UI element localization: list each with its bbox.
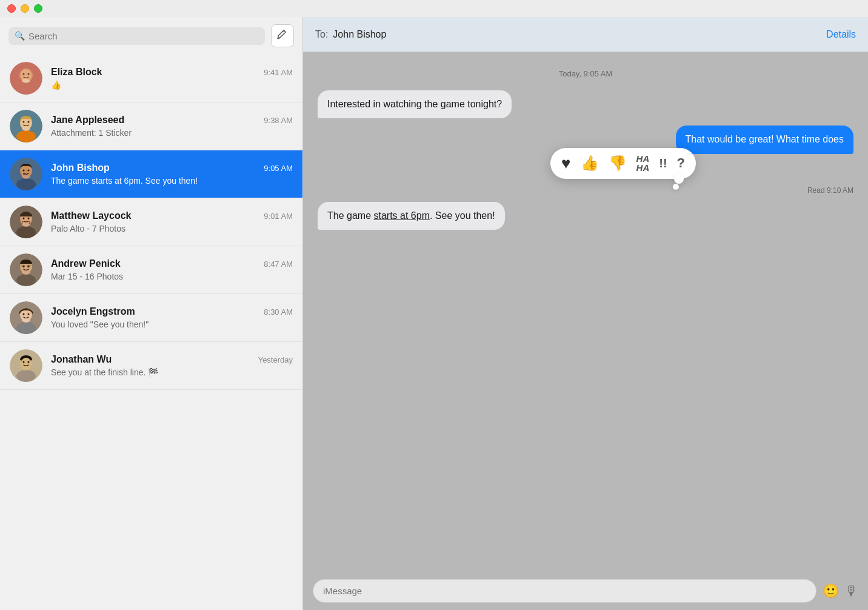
tapback-popup[interactable]: ♥ 👍 👎 HAHA !! ? bbox=[550, 148, 696, 179]
search-input[interactable] bbox=[28, 31, 259, 41]
conv-content-jonathan: Jonathan Wu Yesterday See you at the fin… bbox=[51, 354, 293, 377]
svg-point-28 bbox=[16, 274, 36, 286]
emoji-button[interactable]: 🙂 bbox=[823, 583, 839, 599]
message-text-sent-1: That would be great! What time does bbox=[686, 134, 844, 144]
conv-time-jonathan: Yesterday bbox=[258, 355, 293, 364]
svg-point-13 bbox=[23, 170, 25, 172]
tapback-heart-button[interactable]: ♥ bbox=[561, 154, 570, 173]
conversation-item-jane-appleseed[interactable]: Jane Appleseed 9:38 AM Attachment: 1 Sti… bbox=[0, 102, 302, 150]
conv-header-jocelyn: Jocelyn Engstrom 8:30 AM bbox=[51, 306, 293, 317]
conv-time-jocelyn: 8:30 AM bbox=[264, 307, 293, 317]
details-button[interactable]: Details bbox=[826, 29, 856, 40]
message-bubble-sent-1[interactable]: That would be great! What time does bbox=[676, 126, 853, 153]
conv-time-john: 9:05 AM bbox=[264, 164, 293, 173]
conv-preview-andrew: Mar 15 - 16 Photos bbox=[51, 272, 293, 281]
close-button[interactable] bbox=[7, 4, 16, 13]
compose-icon bbox=[277, 29, 288, 42]
search-box[interactable]: 🔍 bbox=[8, 27, 265, 45]
conv-preview-matthew: Palo Alto - 7 Photos bbox=[51, 224, 293, 233]
svg-point-31 bbox=[23, 313, 25, 315]
conversation-item-jonathan-wu[interactable]: Jonathan Wu Yesterday See you at the fin… bbox=[0, 342, 302, 390]
conversation-item-andrew-penick[interactable]: Andrew Penick 8:47 AM Mar 15 - 16 Photos bbox=[0, 246, 302, 294]
chat-header: To: John Bishop Details bbox=[303, 17, 868, 52]
message-input[interactable] bbox=[313, 579, 816, 603]
conversation-item-jocelyn-engstrom[interactable]: Jocelyn Engstrom 8:30 AM You loved "See … bbox=[0, 294, 302, 342]
message-row-received-2: The game starts at 6pm. See you then! bbox=[318, 202, 853, 230]
chat-messages: Today, 9:05 AM Interested in watching th… bbox=[303, 52, 868, 572]
message-bubble-received-1[interactable]: Interested in watching the game tonight? bbox=[318, 90, 512, 118]
maximize-button[interactable] bbox=[34, 4, 42, 13]
conv-content-eliza: Eliza Block 9:41 AM 👍 bbox=[51, 67, 293, 90]
conv-preview-eliza: 👍 bbox=[51, 80, 293, 90]
conv-name-jocelyn: Jocelyn Engstrom bbox=[51, 306, 135, 317]
tapback-haha-button[interactable]: HAHA bbox=[636, 154, 650, 172]
conversation-list: Eliza Block 9:41 AM 👍 bbox=[0, 55, 302, 610]
tapback-exclamation-button[interactable]: !! bbox=[659, 156, 667, 170]
avatar-john-bishop bbox=[10, 158, 42, 190]
conv-header-jonathan: Jonathan Wu Yesterday bbox=[51, 354, 293, 365]
conv-time-andrew: 8:47 AM bbox=[264, 260, 293, 269]
conv-content-jocelyn: Jocelyn Engstrom 8:30 AM You loved "See … bbox=[51, 306, 293, 329]
avatar-jane-appleseed bbox=[10, 110, 42, 142]
avatar-jonathan-wu bbox=[10, 349, 42, 382]
audio-button[interactable]: 🎙 bbox=[845, 583, 858, 599]
message-row-received-1: Interested in watching the game tonight? bbox=[318, 90, 853, 118]
conv-header-matthew: Matthew Laycock 9:01 AM bbox=[51, 210, 293, 221]
svg-point-25 bbox=[23, 266, 24, 267]
to-label: To: bbox=[315, 29, 328, 40]
conv-time-eliza: 9:41 AM bbox=[264, 68, 293, 77]
svg-rect-15 bbox=[23, 173, 26, 175]
svg-point-10 bbox=[16, 130, 36, 142]
svg-point-9 bbox=[28, 121, 30, 123]
svg-point-38 bbox=[16, 370, 36, 382]
message-read-status: Read 9:10 AM bbox=[807, 186, 853, 195]
chat-input-area: 🙂 🎙 bbox=[303, 572, 868, 610]
conv-header-andrew: Andrew Penick 8:47 AM bbox=[51, 258, 293, 269]
svg-point-21 bbox=[16, 226, 36, 238]
tapback-question-button[interactable]: ? bbox=[677, 155, 685, 171]
tapback-thumbsup-button[interactable]: 👍 bbox=[581, 155, 599, 172]
svg-point-8 bbox=[23, 121, 25, 123]
message-text-received-2b: . See you then! bbox=[430, 210, 495, 221]
conv-content-andrew: Andrew Penick 8:47 AM Mar 15 - 16 Photos bbox=[51, 258, 293, 281]
conv-content-jane: Jane Appleseed 9:38 AM Attachment: 1 Sti… bbox=[51, 115, 293, 138]
conv-time-jane: 9:38 AM bbox=[264, 116, 293, 125]
avatar-eliza-block bbox=[10, 62, 42, 95]
search-icon: 🔍 bbox=[15, 31, 25, 41]
svg-point-32 bbox=[28, 313, 30, 315]
svg-point-27 bbox=[28, 266, 29, 267]
app-container: 🔍 bbox=[0, 17, 868, 610]
svg-point-33 bbox=[16, 322, 36, 334]
tapback-thumbsdown-button[interactable]: 👎 bbox=[609, 155, 627, 172]
conv-header-eliza: Eliza Block 9:41 AM bbox=[51, 67, 293, 78]
conv-time-matthew: 9:01 AM bbox=[264, 212, 293, 221]
minimize-button[interactable] bbox=[21, 4, 29, 13]
message-text-received-1: Interested in watching the game tonight? bbox=[327, 99, 502, 109]
svg-point-19 bbox=[23, 218, 25, 220]
compose-button[interactable] bbox=[271, 24, 294, 47]
message-row-sent-1: That would be great! What time does bbox=[676, 126, 853, 153]
conv-name-jonathan: Jonathan Wu bbox=[51, 354, 112, 365]
avatar-matthew-laycock bbox=[10, 206, 42, 238]
timestamp-divider: Today, 9:05 AM bbox=[318, 69, 853, 78]
conv-name-andrew: Andrew Penick bbox=[51, 258, 121, 269]
conv-content-matthew: Matthew Laycock 9:01 AM Palo Alto - 7 Ph… bbox=[51, 210, 293, 233]
message-bubble-received-2[interactable]: The game starts at 6pm. See you then! bbox=[318, 202, 505, 230]
svg-point-14 bbox=[28, 170, 30, 172]
traffic-lights bbox=[7, 4, 42, 13]
svg-point-37 bbox=[28, 361, 30, 363]
svg-point-4 bbox=[28, 73, 30, 75]
conversation-item-eliza-block[interactable]: Eliza Block 9:41 AM 👍 bbox=[0, 55, 302, 102]
conv-preview-jonathan: See you at the finish line. 🏁 bbox=[51, 367, 293, 377]
message-text-underline: starts at 6pm bbox=[373, 210, 429, 221]
conversation-item-john-bishop[interactable]: John Bishop 9:05 AM The game starts at 6… bbox=[0, 150, 302, 198]
conv-content-john: John Bishop 9:05 AM The game starts at 6… bbox=[51, 163, 293, 186]
message-text-received-2a: The game bbox=[327, 210, 373, 221]
conv-name-eliza: Eliza Block bbox=[51, 67, 102, 78]
chat-area: To: John Bishop Details Today, 9:05 AM I… bbox=[303, 17, 868, 610]
conversation-item-matthew-laycock[interactable]: Matthew Laycock 9:01 AM Palo Alto - 7 Ph… bbox=[0, 198, 302, 246]
conv-name-matthew: Matthew Laycock bbox=[51, 210, 131, 221]
conv-name-jane: Jane Appleseed bbox=[51, 115, 124, 126]
avatar-jocelyn-engstrom bbox=[10, 301, 42, 334]
conv-header-john: John Bishop 9:05 AM bbox=[51, 163, 293, 173]
